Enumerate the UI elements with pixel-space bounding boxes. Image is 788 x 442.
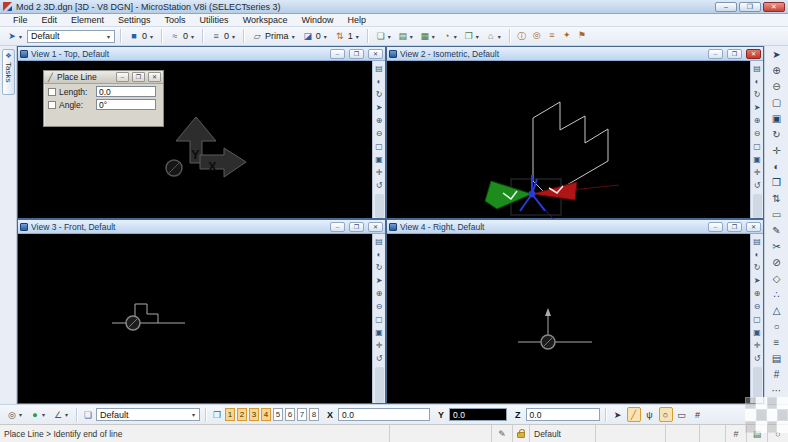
view-toggle-5[interactable]: 5 — [273, 408, 283, 421]
dialog-close-button[interactable]: ✕ — [148, 72, 161, 82]
active-color-button[interactable]: ■ 0 ▾ — [126, 28, 156, 44]
y-input[interactable]: 0.0 — [449, 408, 507, 421]
main-tool-icon[interactable]: ≡ — [767, 335, 787, 351]
menu-item[interactable]: Settings — [111, 15, 158, 25]
view-control-icon[interactable]: ➤ — [374, 274, 385, 287]
main-tool-icon[interactable]: ⊕ — [767, 63, 787, 79]
primary-tool-icon[interactable]: ≡ — [545, 30, 559, 43]
view-control-icon[interactable]: ◐ — [752, 75, 763, 88]
primary-tool-button[interactable]: ❐ ▾ — [461, 28, 482, 44]
view3-scrollbar[interactable] — [375, 367, 384, 403]
view-control-icon[interactable]: ◐ — [752, 248, 763, 261]
view-control-icon[interactable]: ⊖ — [374, 127, 385, 140]
active-priority-button[interactable]: ⇅ 1 ▾ — [332, 28, 362, 44]
primary-tool-button[interactable]: ▤ ▾ — [395, 28, 416, 44]
view-group-icon[interactable]: ❏ — [82, 410, 94, 420]
view-control-icon[interactable]: ⊖ — [374, 300, 385, 313]
primary-tool-button[interactable]: ◔ ▾ — [439, 28, 460, 44]
menu-item[interactable]: Window — [294, 15, 340, 25]
view-control-icon[interactable]: ▣ — [752, 326, 763, 339]
view-control-icon[interactable]: ▣ — [752, 153, 763, 166]
active-template-combo[interactable]: Default ▾ — [27, 30, 115, 43]
view-control-icon[interactable]: ➤ — [374, 101, 385, 114]
view-control-icon[interactable]: ⊕ — [752, 287, 763, 300]
view4-close-button[interactable]: ✕ — [746, 222, 761, 232]
active-transparency-button[interactable]: ◪ 0 ▾ — [300, 28, 330, 44]
view-group-next-icon[interactable]: ❐ — [211, 410, 223, 420]
view-control-icon[interactable]: ▢ — [752, 140, 763, 153]
view4-drawing-area[interactable] — [387, 234, 750, 403]
menu-item[interactable]: File — [6, 15, 35, 25]
view-toggle-8[interactable]: 8 — [309, 408, 319, 421]
view1-close-button[interactable]: ✕ — [368, 49, 383, 59]
status-snap-cell[interactable]: ✎ — [492, 425, 513, 442]
minimize-button[interactable]: – — [715, 2, 737, 12]
menu-item[interactable]: Edit — [35, 15, 65, 25]
menu-item[interactable]: Workspace — [236, 15, 295, 25]
primary-tool-icon[interactable]: ⚑ — [575, 30, 589, 43]
view4-maximize-button[interactable]: ❐ — [727, 222, 742, 232]
primary-tool-button[interactable]: ▦ ▾ — [417, 28, 438, 44]
view-control-icon[interactable]: ↻ — [374, 88, 385, 101]
view-control-icon[interactable]: ▤ — [374, 62, 385, 75]
menu-item[interactable]: Help — [341, 15, 374, 25]
main-tool-icon[interactable]: ○ — [767, 319, 787, 335]
view-toggle-1[interactable]: 1 — [225, 408, 235, 421]
view3-close-button[interactable]: ✕ — [368, 222, 383, 232]
view-control-icon[interactable]: ⊕ — [752, 114, 763, 127]
view-control-icon[interactable]: ➤ — [752, 274, 763, 287]
view-control-icon[interactable]: ▢ — [374, 140, 385, 153]
tasks-tab[interactable]: ❖ Tasks — [2, 49, 15, 95]
restore-button[interactable]: ❐ — [739, 2, 761, 12]
main-tool-icon[interactable]: ⊘ — [767, 255, 787, 271]
locks-button[interactable]: ● ▾ — [27, 407, 48, 423]
view-toggle-6[interactable]: 6 — [285, 408, 295, 421]
main-tool-icon[interactable]: ⋯ — [767, 383, 787, 399]
view2-scrollbar[interactable] — [753, 194, 762, 218]
view-control-icon[interactable]: ↻ — [752, 261, 763, 274]
main-tool-icon[interactable]: ▣ — [767, 111, 787, 127]
active-class-button[interactable]: ▱ Prima ▾ — [249, 28, 298, 44]
main-tool-icon[interactable]: ▭ — [767, 207, 787, 223]
view-control-icon[interactable]: ⊕ — [374, 114, 385, 127]
main-tool-icon[interactable]: △ — [767, 303, 787, 319]
view-control-icon[interactable]: ↻ — [374, 261, 385, 274]
primary-tool-icon[interactable]: ✦ — [560, 30, 574, 43]
angle-input[interactable]: 0° — [96, 99, 156, 110]
close-button[interactable]: ✕ — [763, 2, 785, 12]
view-toggle-2[interactable]: 2 — [237, 408, 247, 421]
length-input[interactable]: 0.0 — [96, 86, 156, 97]
fence-rect-icon[interactable]: ▭ — [675, 407, 689, 422]
view-control-icon[interactable]: ◐ — [374, 248, 385, 261]
status-lock-cell[interactable] — [513, 425, 530, 442]
view-control-icon[interactable]: ✛ — [374, 339, 385, 352]
view2-maximize-button[interactable]: ❐ — [727, 49, 742, 59]
view-control-icon[interactable]: ▣ — [374, 326, 385, 339]
view-control-icon[interactable]: ✛ — [752, 339, 763, 352]
view-control-icon[interactable]: ▤ — [752, 62, 763, 75]
main-tool-icon[interactable]: # — [767, 367, 787, 383]
view2-drawing-area[interactable] — [387, 61, 750, 218]
view-control-icon[interactable]: ↺ — [752, 179, 763, 192]
view1-maximize-button[interactable]: ❐ — [349, 49, 364, 59]
view-control-icon[interactable]: ⊖ — [752, 300, 763, 313]
main-tool-icon[interactable]: ∴ — [767, 287, 787, 303]
dialog-pin-button[interactable]: ❐ — [132, 72, 145, 82]
dialog-minimize-button[interactable]: – — [116, 72, 129, 82]
view-control-icon[interactable]: ↻ — [752, 88, 763, 101]
view4-minimize-button[interactable]: – — [708, 222, 723, 232]
view-group-combo[interactable]: Default ▾ — [96, 408, 200, 421]
element-pointer-button[interactable]: ➤ ▾ — [4, 28, 25, 44]
view-toggle-7[interactable]: 7 — [297, 408, 307, 421]
accusnap-circle-icon[interactable]: ○ — [659, 407, 673, 422]
view3-minimize-button[interactable]: – — [330, 222, 345, 232]
z-input[interactable]: 0.0 — [526, 408, 600, 421]
view-toggle-3[interactable]: 3 — [249, 408, 259, 421]
view-control-icon[interactable]: ➤ — [752, 101, 763, 114]
main-tool-icon[interactable]: ▢ — [767, 95, 787, 111]
menu-item[interactable]: Tools — [158, 15, 193, 25]
angle-checkbox[interactable] — [48, 101, 56, 109]
view1-title-bar[interactable]: View 1 - Top, Default – ❐ ✕ — [18, 47, 385, 61]
view-control-icon[interactable]: ▣ — [374, 153, 385, 166]
primary-tool-button[interactable]: ⌂ ▾ — [483, 28, 504, 44]
